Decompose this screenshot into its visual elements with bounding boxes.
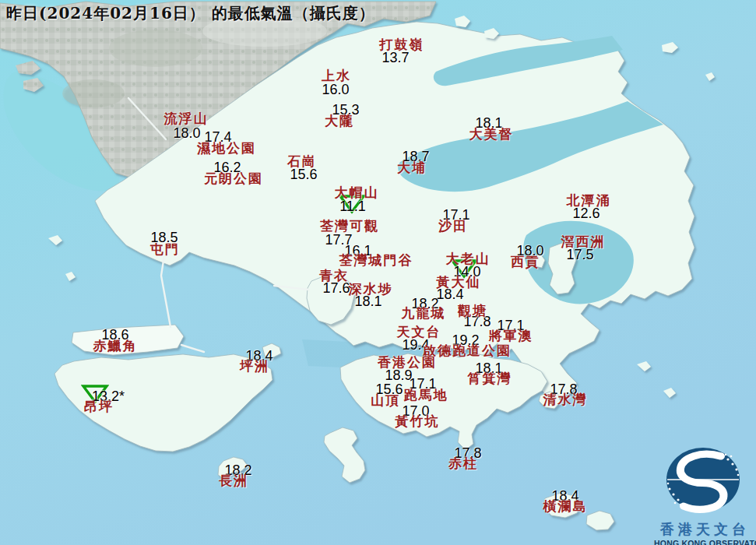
- station-name-label: 打鼓嶺: [380, 38, 424, 51]
- station-name-label: 坪洲: [240, 360, 269, 373]
- station-name-label: 北潭涌: [567, 194, 611, 207]
- station-name-label: 濕地公園: [197, 142, 256, 155]
- station-name-label: 流浮山: [164, 112, 209, 125]
- station-value-label: 17.5: [566, 248, 593, 262]
- station-name-label: 深水埗: [349, 283, 393, 296]
- station-name-label: 清水灣: [543, 393, 588, 406]
- station-name-label: 沙田: [438, 220, 468, 233]
- station-value-label: 18.9: [385, 368, 412, 382]
- station-name-label: 橫瀾島: [543, 500, 588, 513]
- station-name-label: 黃竹坑: [396, 415, 440, 428]
- station-value-label: 11.1: [339, 199, 366, 213]
- station-name-label: 觀塘: [458, 304, 487, 318]
- station-value-label: 16.0: [322, 83, 349, 97]
- station-name-label: 跑馬地: [404, 389, 448, 402]
- station-name-label: 九龍城: [402, 307, 446, 320]
- hko-logo: 香港天文台 HONG KONG OBSERVATORY: [654, 445, 752, 545]
- station-name-label: 滘西洲: [561, 235, 606, 248]
- station-name-label: 荃灣城門谷: [339, 254, 413, 267]
- station-name-label: 大美督: [469, 128, 514, 141]
- hko-logo-chinese: 香港天文台: [654, 520, 752, 539]
- station-name-label: 青衣: [319, 269, 349, 283]
- min-temperature-map-page: 13.7打鼓嶺16.0上水15.3大隴18.0流浮山17.4濕地公園16.2元朗…: [0, 0, 756, 545]
- observatory-seal-icon: [654, 445, 752, 515]
- station-name-label: 昂坪: [84, 400, 114, 413]
- station-name-label: 香港公園: [378, 356, 437, 369]
- station-name-label: 西貢: [511, 255, 540, 269]
- station-name-label: 屯門: [150, 243, 180, 256]
- station-name-label: 筲箕灣: [468, 372, 512, 385]
- station-name-label: 大埔: [397, 161, 427, 174]
- station-value-label: 13.7: [382, 51, 409, 65]
- station-name-label: 大隴: [325, 114, 354, 128]
- station-name-label: 上水: [322, 69, 351, 83]
- station-name-label: 荃灣可觀: [320, 220, 379, 233]
- station-name-label: 赤柱: [448, 457, 478, 470]
- station-name-label: 元朗公園: [204, 172, 263, 185]
- station-name-label: 天文台: [397, 325, 441, 339]
- station-name-label: 石崗: [287, 155, 317, 168]
- station-value-label: 12.6: [572, 206, 600, 220]
- station-name-label: 大帽山: [335, 186, 379, 199]
- station-name-label: 山頂: [371, 394, 400, 407]
- station-name-label: 將軍澳: [489, 329, 533, 343]
- hko-logo-english: HONG KONG OBSERVATORY: [654, 539, 752, 545]
- station-name-label: 大老山: [446, 252, 491, 265]
- station-value-label: 15.6: [290, 167, 317, 181]
- station-labels-layer: 13.7打鼓嶺16.0上水15.3大隴18.0流浮山17.4濕地公園16.2元朗…: [0, 0, 756, 545]
- station-value-label: 18.0: [173, 126, 200, 140]
- page-title: 昨日(2024年02月16日） 的最低氣溫（攝氏度）: [6, 3, 375, 24]
- station-name-label: 赤鱲角: [93, 339, 138, 353]
- station-name-label: 黃大仙: [437, 276, 481, 289]
- station-name-label: 長洲: [219, 474, 248, 487]
